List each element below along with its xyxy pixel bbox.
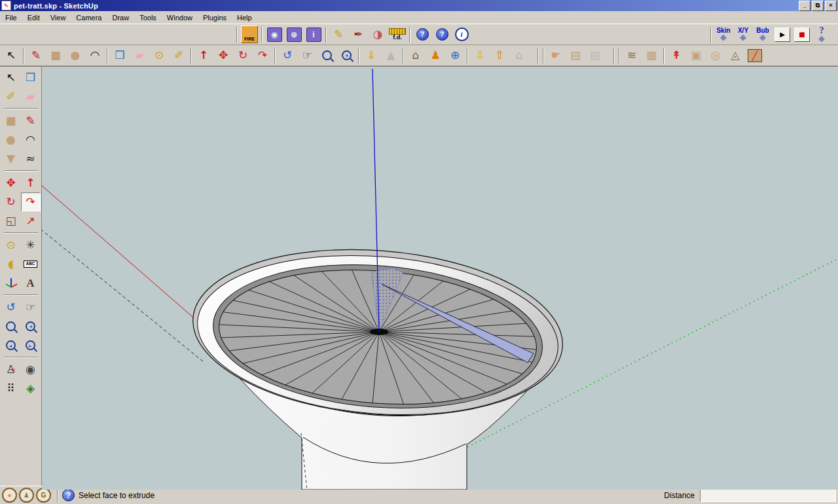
offset-button[interactable]: ↗ <box>21 211 41 230</box>
zoom-extents-button[interactable]: ✦ <box>21 317 41 336</box>
stop-button[interactable]: ■ <box>792 25 812 44</box>
minimize-button[interactable]: _ <box>799 1 811 11</box>
plugin-help-1-button[interactable]: ? <box>412 25 432 44</box>
fd-ruler-button[interactable]: f.d. <box>388 25 407 44</box>
google-status-icon[interactable]: G <box>36 488 51 503</box>
make-component-button[interactable]: ❒ <box>110 46 130 65</box>
xy-tool-button[interactable]: X/Y❖ <box>733 25 753 44</box>
line-button[interactable]: ✎ <box>21 111 41 130</box>
share-model-button[interactable]: ⇧ <box>490 46 509 65</box>
orbit-button[interactable]: ↺ <box>278 46 297 65</box>
move-button[interactable]: ✥ <box>213 46 233 65</box>
zoom-previous-button[interactable]: ◂ <box>1 336 21 355</box>
eyedropper-button[interactable]: ✒ <box>348 25 368 44</box>
model-info-button[interactable]: i <box>452 25 471 44</box>
plugin-help-2-button[interactable]: ? <box>432 25 452 44</box>
toggle-terrain-button[interactable]: ▲ <box>381 46 401 65</box>
orbit-button[interactable]: ↺ <box>1 298 21 317</box>
titlebar[interactable]: ✎ pet-tratt.skp - SketchUp _⧉× <box>0 0 838 11</box>
menu-draw[interactable]: Draw <box>107 12 134 23</box>
share-component-button[interactable]: ⌂ <box>509 46 529 65</box>
menu-view[interactable]: View <box>45 12 71 23</box>
measurements-input[interactable] <box>700 488 836 502</box>
preview-google-earth-button[interactable]: ⊕ <box>445 46 465 65</box>
get-models-button[interactable]: ⇩ <box>470 46 490 65</box>
viewport-3d-scene[interactable] <box>42 67 838 490</box>
text-button[interactable]: ABC <box>21 255 41 274</box>
push-pull-button[interactable]: ↑ <box>194 46 213 65</box>
push-pull-button[interactable]: ↑ <box>21 173 41 192</box>
fire-button[interactable]: FIRE <box>240 25 259 44</box>
plugin-globe-button[interactable]: ⊕ <box>284 25 304 44</box>
freehand-button[interactable]: ≈ <box>21 149 41 168</box>
3d-text-button[interactable]: A <box>21 274 41 293</box>
rotate-button[interactable]: ↻ <box>1 192 21 211</box>
position-camera-button[interactable]: ♙✕ <box>1 360 21 379</box>
scale-button[interactable]: ◱ <box>1 211 21 230</box>
tape-measure-button[interactable]: ⊙ <box>1 236 21 255</box>
menu-help[interactable]: Help <box>232 12 257 23</box>
component-attributes-button[interactable]: ▤ <box>585 46 605 65</box>
skin-tool-button[interactable]: Skin❖ <box>714 25 733 44</box>
menu-camera[interactable]: Camera <box>71 12 107 23</box>
get-current-view-button[interactable]: ⇓ <box>361 46 381 65</box>
circle-button[interactable]: ● <box>1 130 21 149</box>
plugin-disc-button[interactable]: ◉ <box>264 25 284 44</box>
make-component-button[interactable]: ❒ <box>21 68 41 87</box>
bub-tool-button[interactable]: Bub❖ <box>753 25 773 44</box>
eraser-button[interactable]: ▰ <box>21 87 41 106</box>
menu-tools[interactable]: Tools <box>134 12 162 23</box>
zoom-button[interactable] <box>1 317 21 336</box>
paint-bucket-button[interactable]: ✐ <box>1 87 21 106</box>
follow-me-button[interactable]: ↷ <box>21 192 41 211</box>
menu-file[interactable]: File <box>0 12 22 23</box>
zoom-button[interactable] <box>317 46 337 65</box>
select-button[interactable]: ↖ <box>1 68 21 87</box>
pan-button[interactable]: ☞ <box>21 298 41 317</box>
viewport[interactable] <box>42 67 838 486</box>
stamp-button[interactable]: ▣ <box>686 46 706 65</box>
geolocation-status-icon[interactable]: ● <box>2 488 17 503</box>
line-button[interactable]: ✎ <box>26 46 46 65</box>
component-options-button[interactable]: ▤ <box>566 46 585 65</box>
from-contours-button[interactable]: ≋ <box>622 46 642 65</box>
menu-plugins[interactable]: Plugins <box>198 12 232 23</box>
follow-me-button[interactable]: ↷ <box>253 46 272 65</box>
zoom-next-button[interactable]: ▸ <box>21 336 41 355</box>
paint-bucket-button[interactable]: ✐ <box>169 46 189 65</box>
arc-button[interactable]: ◠ <box>21 130 41 149</box>
select-button[interactable]: ↖ <box>1 46 21 65</box>
tape-measure-button[interactable]: ⊙ <box>149 46 169 65</box>
play-button[interactable]: ▶ <box>773 25 792 44</box>
circle-button[interactable]: ● <box>65 46 85 65</box>
restore-button[interactable]: ⧉ <box>812 1 824 11</box>
material-swap-button[interactable]: ◑ <box>368 25 388 44</box>
move-button[interactable]: ✥ <box>1 173 21 192</box>
help-icon[interactable]: ? <box>62 489 75 501</box>
eraser-button[interactable]: ▰ <box>130 46 149 65</box>
drape-button[interactable]: ◎ <box>706 46 725 65</box>
interact-button[interactable]: ☛ <box>546 46 566 65</box>
place-model-button[interactable]: ⌂ <box>406 46 426 65</box>
zoom-extents-button[interactable]: ✦ <box>337 46 356 65</box>
from-scratch-button[interactable]: ▦ <box>642 46 661 65</box>
add-detail-button[interactable]: ◬ <box>725 46 745 65</box>
rectangle-button[interactable]: ■ <box>46 46 65 65</box>
section-plane-button[interactable]: ◈ <box>21 379 41 398</box>
look-around-button[interactable]: ◉ <box>21 360 41 379</box>
plugin-pencil-button[interactable]: ✎ <box>329 25 348 44</box>
menu-window[interactable]: Window <box>162 12 198 23</box>
protractor-button[interactable]: ◖ <box>1 255 21 274</box>
plugin-info-button[interactable]: i <box>304 25 323 44</box>
smoove-button[interactable]: ↟ <box>666 46 686 65</box>
credit-status-icon[interactable]: ♟ <box>19 488 34 503</box>
flip-edge-button[interactable]: ╱ <box>745 46 765 65</box>
dimension-button[interactable]: ✳ <box>21 236 41 255</box>
polygon-button[interactable]: ▼ <box>1 149 21 168</box>
skin-help-button[interactable]: ?❖ <box>812 25 831 44</box>
axes-button[interactable] <box>1 274 21 293</box>
rectangle-button[interactable]: ■ <box>1 111 21 130</box>
menu-edit[interactable]: Edit <box>22 12 45 23</box>
pan-button[interactable]: ☞ <box>297 46 317 65</box>
close-button[interactable]: × <box>825 1 837 11</box>
